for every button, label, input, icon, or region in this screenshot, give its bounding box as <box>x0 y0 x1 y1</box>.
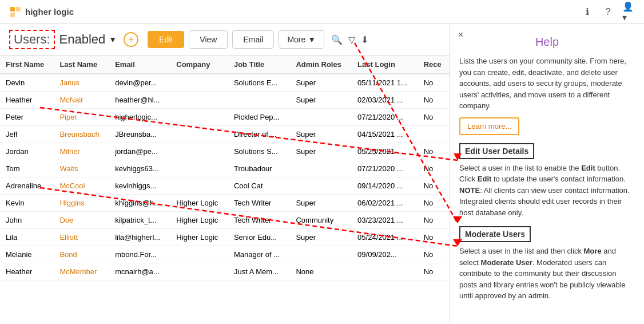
cell-1-0: Heather <box>0 92 54 109</box>
last-name-link[interactable]: McMember <box>59 267 97 276</box>
cell-9-7: No <box>418 229 450 246</box>
cell-9-6: 05/24/2021 ... <box>352 229 418 246</box>
table-row[interactable]: LilaElliottlila@higherl...Higher LogicSe… <box>0 229 450 246</box>
enabled-dropdown[interactable]: Enabled ▼ <box>59 32 117 47</box>
table-row[interactable]: DevinJanusdevin@per...Solutions E...Supe… <box>0 74 450 92</box>
cell-5-2: kevhiggs63... <box>109 160 170 177</box>
table-row[interactable]: JeffBreunsbachJBreunsba...Director of ..… <box>0 126 450 143</box>
last-name-link[interactable]: Janus <box>59 78 79 87</box>
table-row[interactable]: PeterPiperhigherlogic...Pickled Pep...07… <box>0 109 450 126</box>
help-title: Help <box>459 35 635 49</box>
table-row[interactable]: JohnDoekilpatrick_t...Higher LogicTech W… <box>0 212 450 229</box>
cell-1-1: McNair <box>54 92 109 109</box>
col-company: Company <box>170 56 228 74</box>
higher-logic-logo-icon <box>9 6 22 18</box>
cell-8-6: 03/23/2021 ... <box>352 212 418 229</box>
info-icon[interactable]: ℹ <box>581 6 594 18</box>
view-button[interactable]: View <box>189 30 228 49</box>
cell-2-4: Pickled Pep... <box>228 109 290 126</box>
edit-button[interactable]: Edit <box>148 31 184 48</box>
cell-4-0: Jordan <box>0 143 54 160</box>
cell-8-2: kilpatrick_t... <box>109 212 170 229</box>
filter-icon[interactable]: ▽ <box>348 34 355 45</box>
cell-0-0: Devin <box>0 74 54 92</box>
cell-8-3: Higher Logic <box>170 212 228 229</box>
cell-2-6: 07/21/2020 ... <box>352 109 418 126</box>
cell-2-1: Piper <box>54 109 109 126</box>
cell-6-1: McCool <box>54 177 109 195</box>
last-name-link[interactable]: Bond <box>59 250 77 259</box>
last-name-link[interactable]: McNair <box>59 96 83 104</box>
last-name-link[interactable]: Higgins <box>59 199 84 207</box>
main-area: Users: Enabled ▼ + Edit View Email More … <box>0 24 644 324</box>
cell-8-1: Doe <box>54 212 109 229</box>
user-menu-icon[interactable]: 👤 ▾ <box>622 6 635 18</box>
col-last-login: Last Login <box>352 56 418 74</box>
last-name-link[interactable]: McCool <box>59 181 85 190</box>
cell-2-2: higherlogic... <box>109 109 170 126</box>
last-name-link[interactable]: Breunsbach <box>59 130 99 139</box>
table-row[interactable]: HeatherMcMembermcnairh@a...Just A Mem...… <box>0 263 450 280</box>
cell-7-7: No <box>418 195 450 212</box>
cell-3-0: Jeff <box>0 126 54 143</box>
cell-10-1: Bond <box>54 246 109 263</box>
help-icon[interactable]: ? <box>602 6 614 18</box>
cell-10-3 <box>170 246 228 263</box>
cell-1-5: Super <box>290 92 352 109</box>
last-name-link[interactable]: Milner <box>59 147 79 156</box>
cell-4-5: Super <box>290 143 352 160</box>
cell-2-5 <box>290 109 352 126</box>
cell-0-3 <box>170 74 228 92</box>
col-email: Email <box>109 56 170 74</box>
cell-11-4: Just A Mem... <box>228 263 290 280</box>
learn-more-link[interactable]: Learn more... <box>459 117 519 135</box>
nav-icons: ℹ ? 👤 ▾ <box>581 6 635 18</box>
cell-6-4: Cool Cat <box>228 177 290 195</box>
cell-10-2: mbond.For... <box>109 246 170 263</box>
last-name-link[interactable]: Waits <box>59 164 78 173</box>
cell-8-7: No <box>418 212 450 229</box>
cell-5-7: No <box>418 160 450 177</box>
cell-5-3 <box>170 160 228 177</box>
cell-6-0: Adrenaline <box>0 177 54 195</box>
table-row[interactable]: AdrenalineMcCoolkevinhiggs...Cool Cat09/… <box>0 177 450 195</box>
download-icon[interactable]: ⬇ <box>361 34 368 45</box>
cell-6-6: 09/14/2020 ... <box>352 177 418 195</box>
dropdown-arrow-icon: ▼ <box>109 35 117 44</box>
cell-1-3 <box>170 92 228 109</box>
cell-7-4: Tech Writer <box>228 195 290 212</box>
cell-4-3 <box>170 143 228 160</box>
search-icon[interactable]: 🔍 <box>331 34 343 45</box>
help-section-edit: Edit User Details Select a user in the l… <box>459 143 635 219</box>
cell-3-3 <box>170 126 228 143</box>
cell-4-1: Milner <box>54 143 109 160</box>
moderate-section-text: Select a user in the list and then click… <box>459 246 635 302</box>
last-name-link[interactable]: Piper <box>59 113 77 121</box>
edit-section-title: Edit User Details <box>459 143 534 159</box>
svg-rect-1 <box>16 7 21 11</box>
users-table: First Name Last Name Email Company Job T… <box>0 56 450 280</box>
table-row[interactable]: JordanMilnerjordan@pe...Solutions S...Su… <box>0 143 450 160</box>
table-area: Users: Enabled ▼ + Edit View Email More … <box>0 24 450 324</box>
cell-3-4: Director of ... <box>228 126 290 143</box>
last-name-link[interactable]: Elliott <box>59 233 78 242</box>
cell-7-3: Higher Logic <box>170 195 228 212</box>
table-row[interactable]: HeatherMcNairheather@hl...Super02/03/202… <box>0 92 450 109</box>
last-name-link[interactable]: Doe <box>59 216 73 224</box>
svg-rect-2 <box>10 13 15 17</box>
cell-10-5 <box>290 246 352 263</box>
table-row[interactable]: KevinHigginskhiggins@h...Higher LogicTec… <box>0 195 450 212</box>
col-recent: Rece <box>418 56 450 74</box>
cell-9-1: Elliott <box>54 229 109 246</box>
help-panel: × Help Lists the users on your community… <box>450 24 644 324</box>
more-button[interactable]: More ▼ <box>279 30 324 49</box>
email-button[interactable]: Email <box>232 30 274 49</box>
cell-10-7: No <box>418 246 450 263</box>
help-close-button[interactable]: × <box>458 30 463 40</box>
table-row[interactable]: MelanieBondmbond.For...Manager of ...09/… <box>0 246 450 263</box>
col-last-name: Last Name <box>54 56 109 74</box>
table-row[interactable]: TomWaitskevhiggs63...Troubadour07/21/202… <box>0 160 450 177</box>
add-user-button[interactable]: + <box>124 32 138 47</box>
toolbar: Users: Enabled ▼ + Edit View Email More … <box>0 24 450 56</box>
cell-7-0: Kevin <box>0 195 54 212</box>
